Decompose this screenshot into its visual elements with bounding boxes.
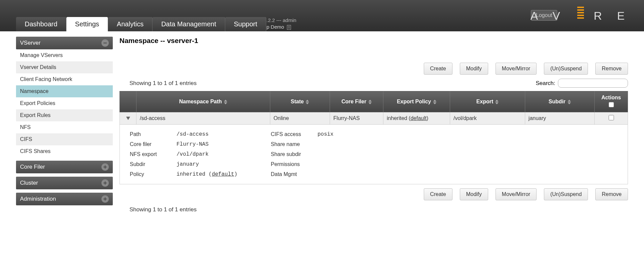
remove-button[interactable]: Remove xyxy=(595,188,628,200)
tab-settings[interactable]: Settings xyxy=(66,17,108,31)
plus-icon xyxy=(101,195,109,203)
tab-dashboard[interactable]: Dashboard xyxy=(16,17,66,31)
minus-icon xyxy=(101,39,109,47)
modify-button[interactable]: Modify xyxy=(460,188,488,200)
detail-panel: Path/sd-access Core filerFlurry-NAS NFS … xyxy=(120,125,628,184)
svg-rect-2 xyxy=(105,165,105,169)
tab-analytics[interactable]: Analytics xyxy=(108,17,152,31)
tab-data-management[interactable]: Data Management xyxy=(152,17,225,31)
sort-icon xyxy=(368,100,372,104)
tab-support[interactable]: Support xyxy=(225,17,266,31)
detail-label: Path xyxy=(130,131,177,137)
brand-logo: A V R E xyxy=(531,9,631,22)
action-row-top: Create Modify Move/Mirror (Un)Suspend Re… xyxy=(119,63,628,75)
col-export-policy[interactable]: Export Policy xyxy=(383,91,450,112)
detail-label: Permissions xyxy=(271,161,317,167)
search-input[interactable] xyxy=(558,79,628,88)
search-label: Search: xyxy=(536,80,555,87)
action-row-bottom: Create Modify Move/Mirror (Un)Suspend Re… xyxy=(119,188,628,200)
sort-icon xyxy=(224,100,227,104)
document-icon xyxy=(287,25,291,30)
table-controls-top: Showing 1 to 1 of 1 entries Search: xyxy=(119,79,628,88)
remove-button[interactable]: Remove xyxy=(595,63,628,75)
sort-icon xyxy=(495,100,499,104)
detail-label: Share subdir xyxy=(271,151,317,157)
search-wrap: Search: xyxy=(536,79,628,88)
detail-row: Path/sd-access Core filerFlurry-NAS NFS … xyxy=(120,125,628,184)
sidebar-item-client-facing-network[interactable]: Client Facing Network xyxy=(16,73,113,85)
sidebar-section-label: Core Filer xyxy=(20,164,45,170)
create-button[interactable]: Create xyxy=(424,63,452,75)
move-mirror-button[interactable]: Move/Mirror xyxy=(496,63,537,75)
detail-value: /sd-access xyxy=(177,131,209,137)
cell-export: /vol/dpark xyxy=(450,112,525,125)
row-select-checkbox[interactable] xyxy=(609,115,614,120)
sidebar-item-nfs[interactable]: NFS xyxy=(16,121,113,133)
sidebar-item-cifs-shares[interactable]: CIFS Shares xyxy=(16,145,113,157)
detail-value: inherited (default) xyxy=(177,171,237,177)
sidebar-section-cluster[interactable]: Cluster xyxy=(16,177,113,189)
sort-icon xyxy=(568,100,571,104)
plus-icon xyxy=(101,163,109,171)
sidebar-section-vserver-items: Manage VServers Vserver Details Client F… xyxy=(16,49,113,157)
svg-rect-4 xyxy=(105,181,105,185)
sidebar-item-vserver-details[interactable]: Vserver Details xyxy=(16,61,113,73)
sidebar-section-core-filer[interactable]: Core Filer xyxy=(16,161,113,173)
policy-link[interactable]: default xyxy=(212,171,234,177)
col-expand xyxy=(120,91,136,112)
expand-toggle-icon[interactable] xyxy=(126,117,130,120)
move-mirror-button[interactable]: Move/Mirror xyxy=(496,188,537,200)
cell-path: /sd-access xyxy=(136,112,270,125)
col-state[interactable]: State xyxy=(270,91,330,112)
showing-text: Showing 1 to 1 of 1 entries xyxy=(129,80,197,87)
sort-icon xyxy=(306,100,309,104)
unsuspend-button[interactable]: (Un)Suspend xyxy=(544,188,588,200)
namespace-table: Namespace Path State Core Filer Export P… xyxy=(119,91,628,184)
col-core-filer[interactable]: Core Filer xyxy=(330,91,383,112)
create-button[interactable]: Create xyxy=(424,188,452,200)
table-row[interactable]: /sd-access Online Flurry-NAS inherited (… xyxy=(120,112,628,125)
sidebar-item-export-rules[interactable]: Export Rules xyxy=(16,109,113,121)
sidebar-section-label: Administration xyxy=(20,196,56,202)
policy-link[interactable]: default xyxy=(410,115,426,121)
sidebar-section-vserver[interactable]: VServer xyxy=(16,37,113,49)
col-subdir[interactable]: Subdir xyxy=(525,91,594,112)
col-actions: Actions xyxy=(595,91,628,112)
detail-value: /vol/dpark xyxy=(177,151,209,157)
detail-value: Flurry-NAS xyxy=(177,141,209,147)
unsuspend-button[interactable]: (Un)Suspend xyxy=(544,63,588,75)
sidebar-item-cifs[interactable]: CIFS xyxy=(16,133,113,145)
detail-label: Core filer xyxy=(130,141,177,147)
sidebar-section-administration[interactable]: Administration xyxy=(16,193,113,205)
select-all-checkbox[interactable] xyxy=(609,102,614,107)
detail-col-right: CIFS accessposix Share name Share subdir… xyxy=(271,129,333,179)
detail-col-left: Path/sd-access Core filerFlurry-NAS NFS … xyxy=(130,129,237,179)
detail-label: Share name xyxy=(271,141,317,147)
table-header-row: Namespace Path State Core Filer Export P… xyxy=(120,91,628,112)
svg-rect-0 xyxy=(103,43,107,43)
sidebar-section-label: Cluster xyxy=(20,180,38,186)
topbar: Logout A V R E V4.8.2.2 --- admin Setup … xyxy=(0,0,644,31)
main-tabs: Dashboard Settings Analytics Data Manage… xyxy=(16,17,266,31)
modify-button[interactable]: Modify xyxy=(460,63,488,75)
sidebar-item-namespace[interactable]: Namespace xyxy=(16,85,113,97)
plus-icon xyxy=(101,179,109,187)
detail-label: Policy xyxy=(130,171,177,177)
page-title: Namespace -- vserver-1 xyxy=(119,37,628,45)
col-namespace-path[interactable]: Namespace Path xyxy=(136,91,270,112)
detail-label: Subdir xyxy=(130,161,177,167)
sidebar-item-manage-vservers[interactable]: Manage VServers xyxy=(16,49,113,61)
detail-label: CIFS access xyxy=(271,131,317,137)
col-export[interactable]: Export xyxy=(450,91,525,112)
detail-label: Data Mgmt xyxy=(271,171,317,177)
sort-icon xyxy=(433,100,436,104)
cell-state: Online xyxy=(270,112,330,125)
detail-value: january xyxy=(177,161,199,167)
svg-rect-6 xyxy=(105,197,105,201)
cell-subdir: january xyxy=(525,112,594,125)
content: VServer Manage VServers Vserver Details … xyxy=(0,31,644,218)
sidebar: VServer Manage VServers Vserver Details … xyxy=(16,37,113,213)
detail-label: NFS export xyxy=(130,151,177,157)
sidebar-item-export-policies[interactable]: Export Policies xyxy=(16,97,113,109)
detail-value: posix xyxy=(317,131,333,137)
